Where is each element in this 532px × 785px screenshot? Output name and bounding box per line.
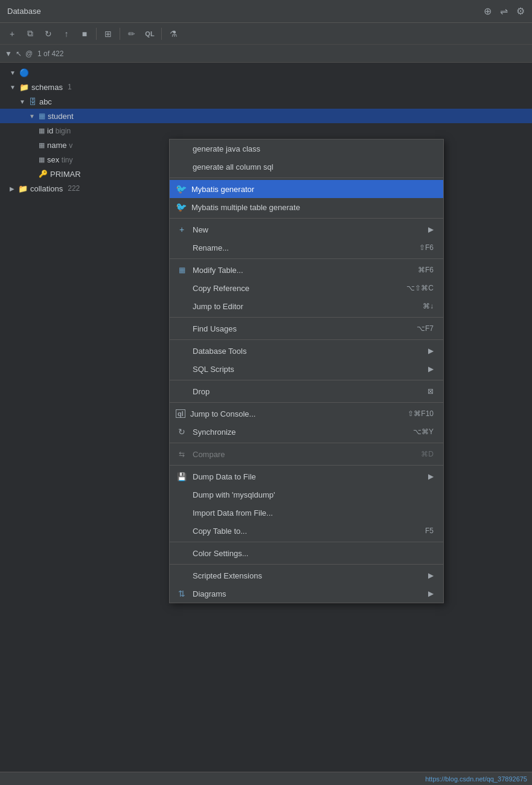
menu-item-diagrams[interactable]: ⇅ Diagrams ▶ [170, 585, 443, 603]
title-bar-actions: ⊕ ⇌ ⚙ [484, 5, 525, 17]
copy-button[interactable]: ⧉ [22, 25, 39, 42]
abc-label: abc [39, 97, 52, 106]
menu-item-modify[interactable]: ▦ Modify Table... ⌘F6 [170, 261, 443, 279]
menu-sep-11 [170, 564, 443, 565]
mybatis-multi-label: Mybatis multiple table generate [191, 203, 434, 212]
add-connection-icon[interactable]: ⊕ [484, 5, 492, 17]
schemas-arrow: ▼ [10, 84, 16, 91]
dump-data-label: Dump Data to File [193, 472, 420, 481]
scripted-ext-label: Scripted Extensions [193, 571, 420, 580]
sql-button[interactable]: QL [141, 25, 158, 42]
dump-mysqldump-label: Dump with 'mysqldump' [193, 490, 434, 499]
tree-item-schemas[interactable]: ▼ 📁 schemas 1 [0, 80, 532, 94]
menu-item-compare: ⇆ Compare ⌘D [170, 445, 443, 463]
toolbar-separator-2 [120, 28, 120, 40]
compare-label: Compare [193, 450, 416, 459]
nav-at-icon: @ [25, 50, 33, 58]
sex-label: sex tiny [47, 155, 73, 164]
name-field-icon: ▦ [39, 141, 45, 149]
schemas-folder-icon: 📁 [19, 83, 29, 92]
menu-item-rename[interactable]: Rename... ⇧F6 [170, 239, 443, 257]
status-bar: https://blog.csdn.net/qq_37892675 [0, 772, 532, 785]
nav-down-arrow: ▼ [5, 50, 12, 58]
tree-item-student[interactable]: ▼ ▦ student [0, 109, 532, 123]
scripted-ext-arrow: ▶ [428, 571, 434, 580]
id-field-icon: ▦ [39, 127, 45, 135]
new-arrow: ▶ [428, 225, 434, 234]
mybatis-gen-label: Mybatis generator [191, 185, 434, 194]
menu-item-db-tools[interactable]: Database Tools ▶ [170, 342, 443, 360]
menu-item-scripted-ext[interactable]: Scripted Extensions ▶ [170, 566, 443, 585]
edit-button[interactable]: ✏ [123, 25, 140, 42]
menu-item-sql-scripts[interactable]: SQL Scripts ▶ [170, 360, 443, 378]
abc-db-icon: 🗄 [29, 97, 37, 106]
synchronize-label: Synchronize [193, 428, 408, 437]
compare-icon: ⇆ [176, 450, 188, 458]
schemas-count: 1 [68, 83, 72, 91]
status-url[interactable]: https://blog.csdn.net/qq_37892675 [425, 775, 527, 783]
menu-item-synchronize[interactable]: ↻ Synchronize ⌥⌘Y [170, 423, 443, 441]
menu-item-dump-mysqldump[interactable]: Dump with 'mysqldump' [170, 485, 443, 504]
menu-sep-8 [170, 443, 443, 443]
gen-java-label: generate java class [193, 144, 434, 153]
jump-editor-shortcut: ⌘↓ [423, 302, 434, 310]
menu-item-mybatis-multi[interactable]: 🐦 Mybatis multiple table generate [170, 198, 443, 216]
mybatis-gen-icon: 🐦 [176, 184, 187, 194]
menu-sep-7 [170, 402, 443, 403]
tree-item-abc[interactable]: ▼ 🗄 abc [0, 94, 532, 109]
modify-icon: ▦ [176, 266, 188, 274]
schemas-label: schemas [31, 83, 63, 92]
menu-item-gen-sql[interactable]: generate all column sql [170, 158, 443, 176]
split-icon[interactable]: ⇌ [500, 5, 508, 17]
drop-label: Drop [193, 387, 423, 396]
jump-editor-label: Jump to Editor [193, 302, 418, 311]
root-folder-icon: 🔵 [19, 68, 29, 77]
menu-sep-4 [170, 317, 443, 318]
menu-sep-3 [170, 258, 443, 259]
menu-item-find-usages[interactable]: Find Usages ⌥F7 [170, 319, 443, 338]
menu-item-copy-ref[interactable]: Copy Reference ⌥⇧⌘C [170, 279, 443, 297]
id-label: id bigin [47, 126, 71, 135]
compare-shortcut: ⌘D [421, 450, 434, 458]
menu-item-dump-data[interactable]: 💾 Dump Data to File ▶ [170, 467, 443, 485]
add-button[interactable]: + [4, 25, 21, 42]
abc-arrow: ▼ [19, 98, 25, 105]
new-label: New [193, 225, 420, 234]
menu-item-mybatis-gen[interactable]: 🐦 Mybatis generator [170, 180, 443, 198]
jump-console-icon: ql [176, 409, 185, 418]
drop-shortcut: ⊠ [428, 387, 434, 396]
import-data-label: Import Data from File... [193, 508, 434, 517]
menu-item-import-data[interactable]: Import Data from File... [170, 504, 443, 522]
up-button[interactable]: ↑ [58, 25, 75, 42]
find-usages-label: Find Usages [193, 324, 412, 333]
collations-count: 222 [68, 184, 80, 193]
rename-label: Rename... [193, 243, 414, 252]
synchronize-shortcut: ⌥⌘Y [413, 428, 434, 436]
menu-item-color-settings[interactable]: Color Settings... [170, 544, 443, 562]
tree-item-id[interactable]: ▦ id bigin [0, 123, 532, 138]
menu-item-copy-table[interactable]: Copy Table to... F5 [170, 522, 443, 540]
dump-data-icon: 💾 [176, 472, 188, 481]
refresh-button[interactable]: ↻ [40, 25, 57, 42]
jump-console-shortcut: ⇧⌘F10 [408, 409, 434, 418]
diagrams-label: Diagrams [193, 589, 420, 598]
table-button[interactable]: ⊞ [100, 25, 117, 42]
context-menu: generate java class generate all column … [169, 139, 444, 603]
nav-page-info: 1 of 422 [37, 50, 63, 58]
mybatis-multi-icon: 🐦 [176, 202, 187, 213]
menu-item-jump-editor[interactable]: Jump to Editor ⌘↓ [170, 297, 443, 315]
menu-item-gen-java[interactable]: generate java class [170, 139, 443, 158]
stop-button[interactable]: ■ [76, 25, 93, 42]
student-table-icon: ▦ [39, 112, 45, 120]
menu-item-new[interactable]: + New ▶ [170, 220, 443, 239]
modify-label: Modify Table... [193, 266, 413, 275]
menu-sep-10 [170, 542, 443, 542]
toolbar-separator-1 [96, 28, 97, 40]
copy-ref-shortcut: ⌥⇧⌘C [406, 284, 434, 292]
menu-item-drop[interactable]: Drop ⊠ [170, 382, 443, 400]
sql-scripts-arrow: ▶ [428, 365, 434, 373]
tree-item-root[interactable]: ▼ 🔵 [0, 65, 532, 80]
menu-item-jump-console[interactable]: ql Jump to Console... ⇧⌘F10 [170, 405, 443, 423]
filter-button[interactable]: ⚗ [165, 25, 182, 42]
settings-icon[interactable]: ⚙ [516, 5, 525, 17]
